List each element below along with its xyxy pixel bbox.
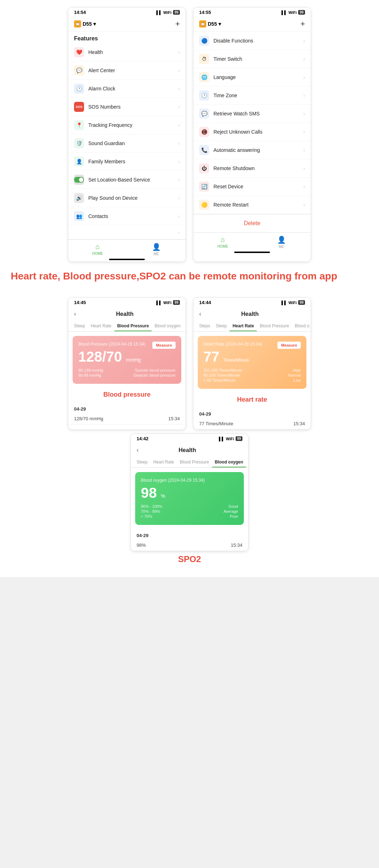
bp-date: 04-29 <box>68 403 186 413</box>
menu-item-remote-shutdown[interactable]: ⏻ Remote Shutdown › <box>193 159 311 178</box>
spo2-reading: 98% 15:34 <box>131 540 248 551</box>
tab-spo2-active[interactable]: Blood oxygen <box>212 457 246 467</box>
bp-back-arrow[interactable]: ‹ <box>74 310 76 318</box>
menu-item-tracking[interactable]: 📍 Tracking Frequency › <box>68 116 186 134</box>
sound-guardian-icon: 🛡️ <box>74 138 84 148</box>
chevron-disable: › <box>303 38 305 44</box>
home-indicator-2 <box>234 252 270 253</box>
menu-item-reset[interactable]: 🔄 Reset Device › <box>193 178 311 196</box>
spo2-back-arrow[interactable]: ‹ <box>137 446 139 454</box>
menu-item-alarm[interactable]: 🕐 Alarm Clock › <box>68 80 186 98</box>
bp-chart-label: Blood pressure <box>68 388 186 403</box>
nav-me-2[interactable]: 👤 ME <box>252 235 311 249</box>
spo2-battery: 99 <box>236 436 242 441</box>
hr-back-arrow[interactable]: ‹ <box>199 310 201 318</box>
chevron-location: › <box>178 177 180 183</box>
hr-signal: ▌▌ <box>281 301 287 305</box>
menu-item-sound-guardian[interactable]: 🛡️ Sound Guardian › <box>68 134 186 153</box>
menu-item-remote-restart[interactable]: 🟡 Remote Restart › <box>193 196 311 214</box>
bp-range-2: 60-89 mmHg Diastolic blood pressure <box>78 373 176 377</box>
timer-icon: ⏱ <box>199 54 209 64</box>
chevron-play-sound: › <box>178 195 180 201</box>
chevron-sound-guardian: › <box>178 140 180 146</box>
hr-tabs: Steps Sleep Heart Rate Blood Pressure Bl… <box>193 321 311 332</box>
battery-2: 99 <box>298 10 305 15</box>
menu-item-sms[interactable]: 💬 Retrieve Watch SMS › <box>193 105 311 123</box>
chevron-family: › <box>178 159 180 164</box>
health-screens-row: 14:45 ▌▌ WiFi 99 ‹ Health Sleep Heart Ra… <box>0 290 379 433</box>
menu-item-more[interactable]: › <box>68 225 186 239</box>
time-2: 14:55 <box>199 10 211 15</box>
tab-sleep-spo2[interactable]: Sleep <box>134 457 151 467</box>
tab-heartrate-bp[interactable]: Heart Rate <box>88 321 114 331</box>
tab-hr-spo2[interactable]: Heart Rate <box>151 457 177 467</box>
menu-item-timezone[interactable]: 🕐 Time Zone › <box>193 86 311 105</box>
hr-card: Heart Rate (2024-04-29 15:34) ↓ Measure … <box>198 336 306 389</box>
location-icon <box>74 175 84 185</box>
health-icon: ❤️ <box>74 47 84 57</box>
phone-header-2: ⌚ D55 ▾ + <box>193 17 311 32</box>
tab-bp-active[interactable]: Blood Pressure <box>114 321 152 331</box>
device-name-1: ⌚ D55 ▾ <box>74 20 96 28</box>
bp-status-bar: 14:45 ▌▌ WiFi 99 <box>68 298 186 307</box>
play-sound-icon: 🔊 <box>74 193 84 203</box>
tab-oxygen-hr[interactable]: Blood o... <box>292 321 311 331</box>
add-button-1[interactable]: + <box>175 19 180 29</box>
language-icon: 🌐 <box>199 72 209 82</box>
me-icon-1: 👤 <box>152 243 161 251</box>
menu-item-auto-answer[interactable]: 📞 Automatic answering › <box>193 141 311 159</box>
menu-item-alert[interactable]: 💬 Alert Center › <box>68 61 186 80</box>
menu-item-language[interactable]: 🌐 Language › <box>193 68 311 86</box>
nav-home-2[interactable]: ⌂ HOME <box>193 235 252 249</box>
tab-sleep-bp[interactable]: Sleep <box>71 321 88 331</box>
menu-item-play-sound[interactable]: 🔊 Play Sound on Device › <box>68 189 186 207</box>
spo2-wifi: WiFi <box>226 437 234 441</box>
nav-home-1[interactable]: ⌂ HOME <box>68 243 127 256</box>
hr-status-bar: 14:44 ▌▌ WiFi 99 <box>193 298 311 307</box>
hr-range-2: 60-100 Times/Minute Normal <box>203 373 301 377</box>
nav-me-1[interactable]: 👤 ME <box>127 243 186 256</box>
hr-ranges: 101-200 Times/Minute High 60-100 Times/M… <box>203 368 301 382</box>
bp-range-1: 90-139 mmHg Systolic blood pressure <box>78 368 176 372</box>
menu-item-disable[interactable]: 🔵 Disable Functions › <box>193 32 311 50</box>
chevron-contacts: › <box>178 213 180 219</box>
chevron-shutdown: › <box>303 165 305 171</box>
alert-icon: 💬 <box>74 65 84 75</box>
delete-button[interactable]: Delete <box>193 214 311 232</box>
chevron-reject: › <box>303 129 305 135</box>
bp-measure-button[interactable]: Measure <box>152 342 176 349</box>
timezone-icon: 🕐 <box>199 90 209 100</box>
menu-item-family[interactable]: 👤 Family Members › <box>68 153 186 171</box>
reject-calls-icon: 📵 <box>199 127 209 137</box>
chevron-down-icon-2: ▾ <box>218 21 221 27</box>
spo2-time: 14:42 <box>137 436 148 441</box>
spo2-signal: ▌▌ <box>219 437 225 441</box>
bp-value: 128/70 mmHg <box>78 349 176 364</box>
tab-bp-spo2[interactable]: Blood Pressure <box>177 457 212 467</box>
tab-bp-hr[interactable]: Blood Pressure <box>257 321 292 331</box>
tab-sleep-hr[interactable]: Sleep <box>213 321 230 331</box>
menu-item-timer[interactable]: ⏱ Timer Switch › <box>193 50 311 68</box>
bp-signal: ▌▌ <box>156 301 162 305</box>
bp-battery: 99 <box>173 300 180 305</box>
more-chevron: › <box>178 229 180 235</box>
family-icon: 👤 <box>74 157 84 167</box>
menu-item-contacts[interactable]: 👥 Contacts › <box>68 207 186 225</box>
tab-oxygen-bp[interactable]: Blood oxygen <box>152 321 183 331</box>
auto-answer-icon: 📞 <box>199 145 209 155</box>
chevron-auto-answer: › <box>303 147 305 153</box>
add-button-2[interactable]: + <box>300 19 305 29</box>
tracking-icon: 📍 <box>74 120 84 130</box>
tab-hr-active[interactable]: Heart Rate <box>230 321 257 331</box>
me-icon-2: 👤 <box>277 235 286 244</box>
menu-item-location[interactable]: Set Location-Based Service › <box>68 171 186 189</box>
menu-item-health[interactable]: ❤️ Health › <box>68 43 186 61</box>
features-title: Features <box>68 32 186 43</box>
spo2-date: 04-29 <box>131 529 248 540</box>
menu-item-sos[interactable]: SOS SOS Numbers › <box>68 98 186 116</box>
wifi-icon-2: WiFi <box>289 10 297 15</box>
menu-item-reject-calls[interactable]: 📵 Reject Unknown Calls › <box>193 123 311 141</box>
hr-measure-button[interactable]: Measure <box>277 342 301 349</box>
chevron-alert: › <box>178 68 180 73</box>
tab-steps-hr[interactable]: Steps <box>196 321 213 331</box>
